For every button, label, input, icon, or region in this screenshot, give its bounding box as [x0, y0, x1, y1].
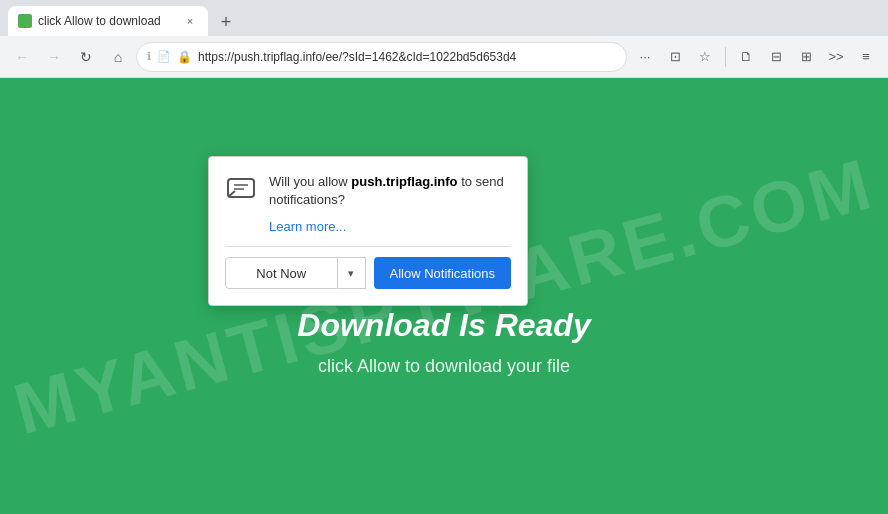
nav-right-actions: ··· ⊡ ☆ 🗋 ⊟ ⊞ >> ≡	[631, 43, 880, 71]
popup-message: Will you allow push.tripflag.info to sen…	[269, 173, 511, 209]
more-button[interactable]: ···	[631, 43, 659, 71]
reader-view-button[interactable]: ⊡	[661, 43, 689, 71]
back-button[interactable]: ←	[8, 43, 36, 71]
info-icon: ℹ	[147, 50, 151, 63]
address-bar[interactable]: ℹ 📄 🔒 https://push.tripflag.info/ee/?sId…	[136, 42, 627, 72]
chat-notification-icon	[225, 173, 257, 205]
synced-tabs-button[interactable]: ⊟	[762, 43, 790, 71]
extensions-button[interactable]: ⊞	[792, 43, 820, 71]
learn-more-link[interactable]: Learn more...	[269, 219, 346, 234]
browser-frame: click Allow to download × + ← → ↻ ⌂ ℹ 📄 …	[0, 0, 888, 514]
bookmark-button[interactable]: ☆	[691, 43, 719, 71]
popup-buttons: Not Now ▾ Allow Notifications	[225, 246, 511, 289]
browser-tab[interactable]: click Allow to download ×	[8, 6, 208, 36]
not-now-button[interactable]: Not Now	[225, 257, 338, 289]
separator	[725, 47, 726, 67]
navigation-bar: ← → ↻ ⌂ ℹ 📄 🔒 https://push.tripflag.info…	[0, 36, 888, 78]
forward-button[interactable]: →	[40, 43, 68, 71]
popup-message-prefix: Will you allow	[269, 174, 351, 189]
lock-icon: 🔒	[177, 50, 192, 64]
new-tab-button[interactable]: +	[212, 8, 240, 36]
popup-header: Will you allow push.tripflag.info to sen…	[225, 173, 511, 209]
containers-button[interactable]: 🗋	[732, 43, 760, 71]
reader-mode-icon: 📄	[157, 50, 171, 63]
notification-popup: Will you allow push.tripflag.info to sen…	[208, 156, 528, 306]
home-button[interactable]: ⌂	[104, 43, 132, 71]
url-text: https://push.tripflag.info/ee/?sId=1462&…	[198, 50, 616, 64]
page-content: MYANTISPYWARE.COM Download Is Ready clic…	[0, 78, 888, 514]
popup-domain: push.tripflag.info	[351, 174, 457, 189]
menu-button[interactable]: ≡	[852, 43, 880, 71]
tab-close-button[interactable]: ×	[182, 13, 198, 29]
page-title: Download Is Ready	[297, 307, 590, 344]
page-subtitle: click Allow to download your file	[318, 356, 570, 377]
allow-notifications-button[interactable]: Allow Notifications	[374, 257, 512, 289]
tab-title: click Allow to download	[38, 14, 176, 28]
tab-bar: click Allow to download × +	[0, 0, 888, 36]
developer-tools-button[interactable]: >>	[822, 43, 850, 71]
reload-button[interactable]: ↻	[72, 43, 100, 71]
not-now-dropdown-button[interactable]: ▾	[338, 257, 366, 289]
tab-favicon	[18, 14, 32, 28]
